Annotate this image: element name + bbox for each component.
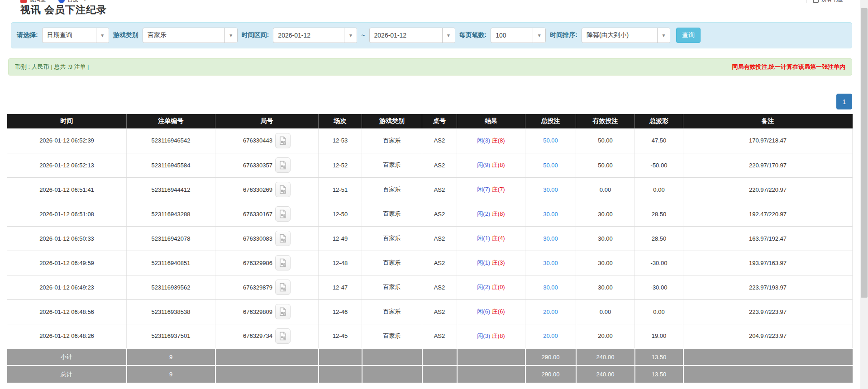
cell-note: 163.97/192.47 [683,226,853,251]
query-button[interactable]: 查询 [676,28,701,43]
tfoot-cell [422,348,457,365]
cell-total-bet: 30.00 [525,202,576,226]
video-replay-button[interactable] [275,182,291,197]
result-banker: 庄(7) [492,186,505,193]
total-bet-link[interactable]: 30.00 [543,186,558,193]
cell-note: 223.97/193.97 [683,275,853,299]
cell-total-bet: 20.00 [525,299,576,324]
time-sort-select[interactable]: 降冪(由大到小) ▼ [582,28,670,43]
cell-game: 百家乐 [362,128,422,153]
video-replay-button[interactable] [275,157,291,173]
bookmark-taobao[interactable]: 爱淘宝 [29,0,46,4]
total-bet-link[interactable]: 30.00 [543,260,558,266]
cell-game: 百家乐 [362,202,422,226]
total-bet-link[interactable]: 30.00 [543,284,558,291]
cell-valid-bet: 30.00 [576,202,635,226]
chevron-down-icon[interactable]: ▼ [657,28,670,43]
tfoot-cell [457,365,525,383]
tfoot-cell: 9 [127,365,215,383]
cell-table-no: AS2 [422,226,457,251]
video-replay-button[interactable] [275,231,291,246]
cell-payout: 0.00 [635,177,683,202]
scrollbar[interactable] [860,0,868,389]
result-player: 闲(1) [477,259,490,266]
cell-payout: 0.00 [635,299,683,324]
cell-payout: -30.00 [635,275,683,299]
cell-time: 2026-01-12 06:51:08 [7,202,127,226]
video-replay-button[interactable] [275,304,291,319]
round-number: 676330357 [243,162,272,169]
header-cell: 场次 [319,114,362,128]
cell-round: 676329986 [215,251,319,275]
chevron-down-icon[interactable]: ▼ [96,28,109,43]
video-replay-button[interactable] [275,328,291,344]
total-bet-link[interactable]: 20.00 [543,332,558,339]
chevron-down-icon[interactable]: ▼ [533,28,545,43]
result-player: 闲(3) [477,137,490,144]
cell-table-no: AS2 [422,324,457,348]
cell-valid-bet: 0.00 [576,299,635,324]
total-bet-link[interactable]: 30.00 [543,211,558,218]
result-banker: 庄(3) [492,259,505,266]
bookmark-baidu[interactable]: 百度 [67,0,78,4]
chevron-down-icon[interactable]: ▼ [344,28,357,43]
video-file-icon [278,283,287,292]
video-replay-button[interactable] [275,206,291,222]
scrollbar-thumb[interactable] [861,8,868,298]
per-page-select[interactable]: 100 ▼ [491,28,546,43]
baidu-favicon-icon [58,0,65,3]
result-banker: 庄(8) [492,137,505,144]
cell-session: 12-49 [319,226,362,251]
game-category-select[interactable]: 百家乐 ▼ [143,28,238,43]
cell-time: 2026-01-12 06:49:23 [7,275,127,299]
cell-result: 闲(2) 庄(8) [457,202,525,226]
cell-note: 192.47/220.97 [683,202,853,226]
total-bet-link[interactable]: 50.00 [543,137,558,144]
all-bookmarks-label[interactable]: 所有书签 [821,0,843,4]
total-bet-link[interactable]: 30.00 [543,235,558,242]
table-row: 2026-01-12 06:48:26 523116937501 6763297… [7,324,853,348]
game-category-value: 百家乐 [143,31,224,39]
result-banker: 庄(8) [492,210,505,217]
tfoot-cell [683,348,853,365]
cell-session: 12-53 [319,128,362,153]
video-replay-button[interactable] [275,255,291,270]
total-bet-link[interactable]: 20.00 [543,308,558,315]
chevron-down-icon[interactable]: ▼ [442,28,455,43]
cell-round: 676330167 [215,202,319,226]
cell-game: 百家乐 [362,251,422,275]
video-replay-button[interactable] [275,133,291,148]
chevron-down-icon[interactable]: ▼ [224,28,237,43]
cell-game: 百家乐 [362,324,422,348]
browser-bookmarks-bar: 爱淘宝 百度 ▾ 所有书签 [0,0,868,5]
result-player: 闲(6) [477,308,490,315]
cell-note: 193.97/163.97 [683,251,853,275]
date-to-select[interactable]: 2026-01-12 ▼ [369,28,455,43]
tfoot-cell: 240.00 [576,365,635,383]
round-number: 676330083 [243,235,272,242]
result-banker: 庄(8) [492,332,505,339]
cell-bet-id: 523116940851 [127,251,215,275]
tfoot-cell [422,365,457,383]
video-file-icon [278,136,287,145]
cell-round: 676330269 [215,177,319,202]
header-cell: 注单编号 [127,114,215,128]
table-row: 2026-01-12 06:49:59 523116940851 6763299… [7,251,853,275]
cell-valid-bet: 30.00 [576,275,635,299]
tfoot-cell [457,348,525,365]
result-banker: 庄(4) [492,235,505,242]
cell-bet-id: 523116945584 [127,153,215,177]
page-title: 视讯 会员下注纪录 [20,5,868,14]
video-replay-button[interactable] [275,280,291,295]
date-from-select[interactable]: 2026-01-12 ▼ [273,28,357,43]
page-1-button[interactable]: 1 [836,94,852,109]
query-type-select[interactable]: 日期查询 ▼ [42,28,109,43]
game-category-label: 游戏类别 [113,31,138,39]
cell-result: 闲(6) 庄(6) [457,299,525,324]
round-number: 676329734 [243,332,272,339]
total-bet-link[interactable]: 50.00 [543,162,558,169]
taobao-favicon-icon [20,0,27,3]
tfoot-cell [215,348,319,365]
header-cell: 结果 [457,114,525,128]
cell-total-bet: 20.00 [525,324,576,348]
